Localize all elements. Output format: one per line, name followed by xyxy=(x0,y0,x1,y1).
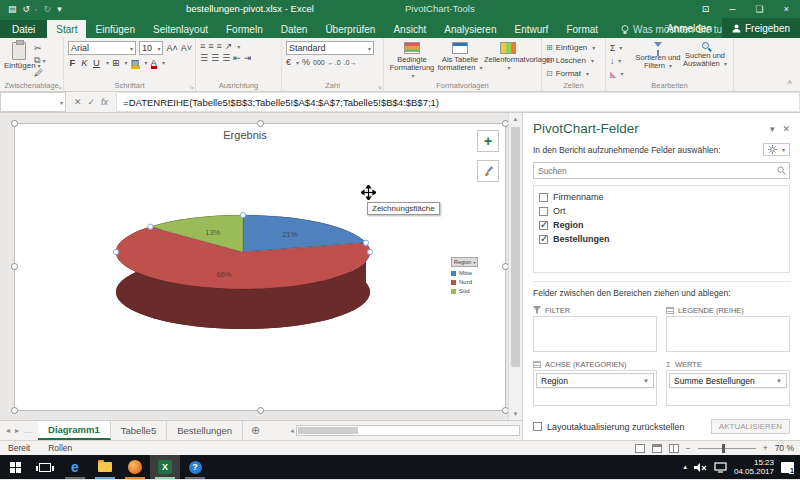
italic-button[interactable]: K xyxy=(80,57,89,68)
volume-muted-icon[interactable] xyxy=(694,462,707,473)
pie-chart[interactable]: 21%66%13% xyxy=(15,124,507,412)
sort-filter-button[interactable]: Sortieren und Filtern ▾ xyxy=(634,41,682,70)
font-color-icon[interactable]: A xyxy=(151,57,157,68)
sheet-nav-more-icon[interactable]: … xyxy=(24,426,32,435)
action-center-icon[interactable]: 1 xyxy=(781,462,794,473)
format-as-table-button[interactable]: Als Tabelle formatieren ▾ xyxy=(436,41,484,72)
taskbar-edge-button[interactable]: e xyxy=(60,455,90,479)
field-row[interactable]: Firmenname xyxy=(539,190,784,204)
delete-cells-button[interactable]: ⊟Löschen▾ xyxy=(546,54,602,67)
decrease-indent-icon[interactable]: ⇤ xyxy=(233,53,241,63)
align-right-icon[interactable]: ☰ xyxy=(222,53,230,63)
values-drop-zone[interactable]: Summe Bestellungen▼ xyxy=(666,370,790,406)
fill-color-icon[interactable]: ▨ xyxy=(131,57,140,68)
copy-icon[interactable]: ⧉▾ xyxy=(34,55,45,66)
selection-handle[interactable] xyxy=(11,120,18,127)
tab-formeln[interactable]: Formeln xyxy=(217,20,272,38)
zoom-out-icon[interactable]: − xyxy=(686,443,691,453)
zoom-slider-thumb[interactable] xyxy=(722,444,725,453)
decrease-decimal-icon[interactable]: .0→ xyxy=(344,59,357,66)
align-bottom-icon[interactable]: ≡ xyxy=(217,41,222,51)
find-select-button[interactable]: Suchen und Auswählen ▾ xyxy=(682,41,728,68)
zoom-level[interactable]: 70 % xyxy=(775,443,794,453)
align-center-icon[interactable]: ☰ xyxy=(211,53,219,63)
selection-handle[interactable] xyxy=(257,120,264,127)
format-cells-button[interactable]: ⊡Format▾ xyxy=(546,67,602,80)
qat-customize-icon[interactable]: ▾ xyxy=(57,5,62,14)
axis-field-chip[interactable]: Region▼ xyxy=(536,373,654,388)
tab-entwurf[interactable]: Entwurf xyxy=(505,20,557,38)
sheet-nav-left-icon[interactable]: ◂ xyxy=(6,426,10,435)
autosum-button[interactable]: Σ▾ xyxy=(610,41,634,54)
horizontal-scrollbar[interactable] xyxy=(296,425,520,436)
tab-format[interactable]: Format xyxy=(557,20,607,38)
ribbon-display-options-button[interactable]: ⊡ xyxy=(692,0,719,18)
chart-elements-button[interactable]: + xyxy=(477,130,499,152)
legend-field-button[interactable]: Region▾ xyxy=(451,257,478,267)
hscroll-left-icon[interactable]: ◂ xyxy=(290,427,294,435)
axis-drop-zone[interactable]: Region▼ xyxy=(533,370,657,406)
pane-close-icon[interactable]: ✕ xyxy=(782,124,790,134)
close-button[interactable]: × xyxy=(773,0,800,18)
cancel-formula-icon[interactable]: ✕ xyxy=(74,97,82,107)
view-page-break-icon[interactable] xyxy=(669,444,679,453)
sheet-tab-tabelle5[interactable]: Tabelle5 xyxy=(111,421,167,440)
cell-styles-button[interactable]: Zellenformatvorlagen ▾ xyxy=(484,41,532,72)
checkbox[interactable] xyxy=(539,207,548,216)
number-format-select[interactable]: Standard▾ xyxy=(286,41,374,55)
field-row[interactable]: Ort xyxy=(539,204,784,218)
dialog-launcher-icon[interactable]: ↘ xyxy=(57,83,62,90)
dialog-launcher-icon[interactable]: ↘ xyxy=(377,83,382,90)
sheet-tab-diagramm1[interactable]: Diagramm1 xyxy=(38,421,111,440)
percent-style-icon[interactable]: % xyxy=(302,57,310,67)
selection-handle[interactable] xyxy=(257,407,264,414)
tray-chevron-icon[interactable]: ▴ xyxy=(683,463,687,471)
orientation-icon[interactable]: ↗ xyxy=(225,41,233,51)
share-button[interactable]: Freigeben xyxy=(722,18,800,38)
format-painter-icon[interactable]: 🖉 xyxy=(34,68,45,78)
taskbar-help-button[interactable]: ? xyxy=(180,455,210,479)
new-sheet-icon[interactable]: ⊕ xyxy=(243,421,268,440)
tools-button[interactable]: ▾ xyxy=(763,143,790,156)
update-button[interactable]: AKTUALISIEREN xyxy=(711,419,790,434)
zoom-slider[interactable] xyxy=(698,448,756,449)
underline-button[interactable]: U xyxy=(92,57,101,68)
sheet-tab-bestellungen[interactable]: Bestellungen xyxy=(167,421,243,440)
task-view-button[interactable] xyxy=(30,455,60,479)
zoom-in-icon[interactable]: + xyxy=(763,443,768,453)
selection-handle[interactable] xyxy=(11,263,18,270)
tab-start[interactable]: Start xyxy=(47,20,86,38)
save-icon[interactable]: ▤ xyxy=(8,5,17,14)
fill-button[interactable]: ↓▾ xyxy=(610,54,634,67)
view-page-layout-icon[interactable] xyxy=(652,444,662,453)
tab-einfuegen[interactable]: Einfügen xyxy=(86,20,143,38)
legend-drop-zone[interactable] xyxy=(666,316,790,352)
view-normal-icon[interactable] xyxy=(635,444,645,453)
taskbar-explorer-button[interactable] xyxy=(90,455,120,479)
insert-function-icon[interactable]: fx xyxy=(101,97,108,107)
grow-font-icon[interactable]: A˄ xyxy=(166,43,177,53)
filter-drop-zone[interactable] xyxy=(533,316,657,352)
comma-style-icon[interactable]: 000 xyxy=(313,59,325,66)
checkbox[interactable] xyxy=(539,193,548,202)
taskbar-firefox-button[interactable] xyxy=(120,455,150,479)
values-field-chip[interactable]: Summe Bestellungen▼ xyxy=(669,373,787,388)
chart-area[interactable]: Ergebnis 21%66%13% Region▾ Mitte Nord Sü… xyxy=(14,123,506,411)
shrink-font-icon[interactable]: A˅ xyxy=(181,43,192,53)
tab-seitenlayout[interactable]: Seitenlayout xyxy=(144,20,217,38)
chart-legend[interactable]: Region▾ Mitte Nord Süd xyxy=(451,257,503,297)
sheet-nav-right-icon[interactable]: ▸ xyxy=(15,426,19,435)
restore-button[interactable]: ❏ xyxy=(746,0,773,18)
align-left-icon[interactable]: ☰ xyxy=(200,53,208,63)
network-icon[interactable] xyxy=(714,462,727,473)
tab-daten[interactable]: Daten xyxy=(272,20,317,38)
pane-options-icon[interactable]: ▾ xyxy=(770,124,775,134)
tab-analysieren[interactable]: Analysieren xyxy=(435,20,505,38)
tab-datei[interactable]: Datei xyxy=(0,20,47,38)
search-input[interactable] xyxy=(533,162,790,179)
clear-button[interactable]: ◣▾ xyxy=(610,67,634,80)
tab-ansicht[interactable]: Ansicht xyxy=(384,20,435,38)
start-button[interactable] xyxy=(0,455,30,479)
bold-button[interactable]: F xyxy=(68,57,77,68)
name-box[interactable]: ▾ xyxy=(0,92,66,112)
